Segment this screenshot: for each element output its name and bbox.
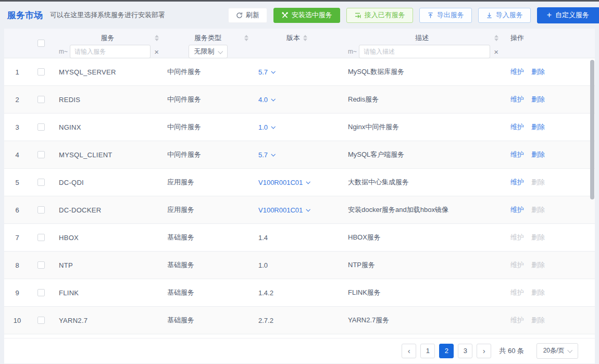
service-type: 基础服务 (163, 260, 253, 270)
page-button-3[interactable]: 3 (458, 344, 472, 358)
description-sort-icon[interactable] (494, 35, 498, 41)
table-row: 3NGINX中间件服务1.0Nginx中间件服务维护删除 (4, 114, 595, 141)
version-value: 1.4.2 (258, 289, 273, 297)
row-checkbox-cell (30, 261, 52, 269)
page-number-buttons: 123 (416, 344, 472, 358)
table-bottom-edge (4, 334, 595, 338)
row-checkbox[interactable] (38, 151, 45, 158)
chevron-left-icon: ‹ (408, 346, 410, 355)
maintain-link[interactable]: 维护 (510, 123, 524, 131)
chevron-down-icon (306, 180, 310, 184)
row-checkbox[interactable] (38, 179, 45, 186)
version-cell: 1.0 (253, 261, 341, 269)
row-actions: 维护删除 (503, 260, 595, 270)
type-sort-icon[interactable] (244, 35, 248, 41)
table-row: 6DC-DOCKER应用服务V100R001C01安装docker服务and加载… (4, 196, 595, 224)
maintain-link[interactable]: 维护 (510, 68, 524, 76)
next-page-button[interactable]: › (477, 344, 491, 358)
row-index: 5 (4, 179, 30, 186)
service-name: YARN2.7 (52, 317, 163, 324)
maintain-link[interactable]: 维护 (510, 95, 524, 103)
page-title: 服务市场 (7, 9, 43, 21)
row-checkbox-cell (30, 206, 52, 214)
description-filter-input[interactable] (359, 45, 490, 58)
row-checkbox[interactable] (38, 206, 45, 214)
version-select[interactable]: 1.0 (258, 123, 274, 131)
row-checkbox[interactable] (38, 96, 45, 103)
service-description: 大数据中心集成服务 (341, 178, 503, 187)
total-count-label: 共 60 条 (499, 346, 524, 356)
maintain-link[interactable]: 维护 (510, 178, 524, 186)
maintain-link: 维护 (510, 261, 524, 269)
service-description: MySQL客户端服务 (341, 150, 503, 159)
row-checkbox[interactable] (38, 261, 45, 269)
row-checkbox[interactable] (38, 234, 45, 241)
clear-description-filter-icon[interactable]: × (494, 48, 498, 56)
service-name: HBOX (52, 234, 163, 242)
pagination-bar: ‹ 123 › 共 60 条 20条/页 (4, 338, 595, 363)
page-size-select[interactable]: 20条/页 (536, 343, 578, 359)
row-index: 2 (4, 96, 30, 104)
connect-existing-button[interactable]: 接入已有服务 (346, 8, 413, 23)
export-services-button[interactable]: 导出服务 (419, 8, 472, 23)
page-button-2[interactable]: 2 (439, 344, 454, 358)
service-type: 中间件服务 (163, 95, 253, 104)
select-all-checkbox[interactable] (38, 40, 45, 47)
service-type: 基础服务 (163, 288, 253, 297)
vertical-scrollbar-thumb[interactable] (590, 60, 594, 199)
version-select[interactable]: 5.7 (258, 151, 274, 159)
maintain-link[interactable]: 维护 (510, 150, 524, 158)
service-name: REDIS (52, 96, 163, 104)
prev-page-button[interactable]: ‹ (402, 344, 416, 358)
maintain-link[interactable]: 维护 (510, 206, 524, 214)
import-services-button[interactable]: 导入服务 (478, 8, 531, 23)
connect-arrow-icon (354, 11, 361, 19)
row-checkbox[interactable] (38, 123, 45, 131)
row-actions: 维护删除 (503, 67, 595, 77)
service-name: NGINX (52, 123, 163, 131)
version-select[interactable]: 4.0 (258, 96, 274, 104)
row-actions: 维护删除 (503, 150, 595, 159)
table-row: 8NTP基础服务1.0NTP服务维护删除 (4, 252, 595, 279)
row-checkbox[interactable] (38, 68, 45, 76)
version-sort-icon[interactable] (303, 35, 307, 41)
row-checkbox-cell (30, 151, 52, 158)
row-index: 3 (4, 123, 30, 131)
version-select[interactable]: 5.7 (258, 68, 274, 76)
delete-link[interactable]: 删除 (531, 68, 545, 76)
service-description: FLINK服务 (341, 288, 503, 297)
chevron-down-icon (271, 69, 276, 73)
service-name: DC-QDI (52, 179, 163, 186)
delete-link: 删除 (531, 261, 545, 269)
version-cell: 1.0 (253, 123, 341, 131)
export-up-arrow-icon (427, 12, 434, 19)
service-column-header: 服务 m~ × (52, 29, 163, 58)
service-filter-input[interactable] (70, 45, 151, 58)
install-selected-button[interactable]: 安装选中服务 (273, 8, 340, 23)
type-column-header: 服务类型 无限制 (163, 29, 253, 58)
service-description: Redis服务 (341, 95, 503, 104)
version-select[interactable]: V100R001C01 (258, 206, 309, 214)
type-filter-select[interactable]: 无限制 (189, 45, 228, 58)
delete-link[interactable]: 删除 (531, 95, 545, 103)
table-row: 7HBOX基础服务1.4HBOX服务维护删除 (4, 224, 595, 252)
row-actions: 维护删除 (503, 316, 595, 325)
page-button-1[interactable]: 1 (420, 344, 435, 358)
row-checkbox[interactable] (38, 289, 45, 296)
service-name: DC-DOCKER (52, 206, 163, 214)
maintain-link: 维护 (510, 288, 524, 296)
delete-link[interactable]: 删除 (531, 150, 545, 158)
delete-link: 删除 (531, 288, 545, 296)
version-select[interactable]: V100R001C01 (258, 179, 309, 186)
service-sort-icon[interactable] (155, 35, 159, 41)
delete-link[interactable]: 删除 (531, 123, 545, 131)
service-name: NTP (52, 261, 163, 269)
row-index: 4 (4, 151, 30, 159)
service-name: MYSQL_CLIENT (52, 151, 163, 159)
refresh-button[interactable]: 刷新 (228, 8, 267, 23)
row-checkbox[interactable] (38, 317, 45, 324)
filter-prefix: m~ (59, 48, 68, 55)
row-index: 8 (4, 261, 30, 269)
clear-service-filter-icon[interactable]: × (154, 48, 159, 56)
custom-service-button[interactable]: + 自定义服务 (537, 7, 599, 23)
